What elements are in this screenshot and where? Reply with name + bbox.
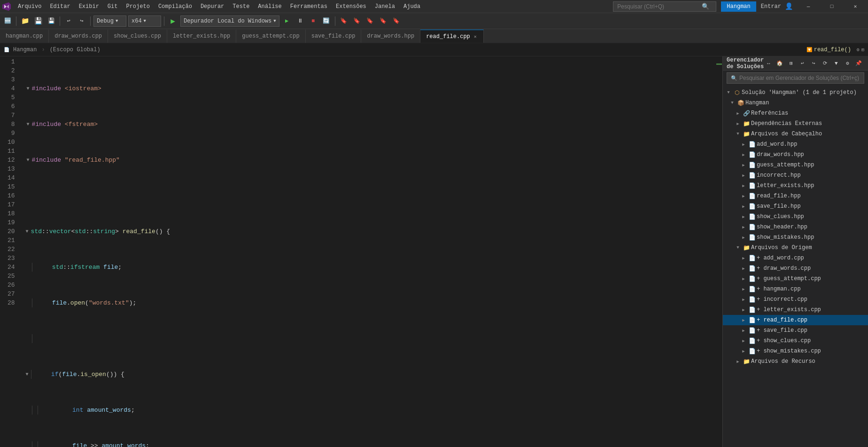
toolbar-undo[interactable]: ↩: [63, 16, 74, 27]
expand-letter-exists-cpp[interactable]: ▶: [740, 306, 747, 314]
tab-draw-words-hpp[interactable]: draw_words.hpp: [361, 30, 420, 43]
tree-read-file-hpp[interactable]: ▶ 📄 read_file.hpp: [723, 191, 868, 201]
collapse-9[interactable]: ▼: [24, 370, 30, 379]
expand-read-file-cpp[interactable]: ▶: [740, 316, 747, 324]
minimize-button[interactable]: —: [798, 0, 819, 13]
tab-guess-attempt[interactable]: guess_attempt.cpp: [236, 30, 305, 43]
menu-ajuda[interactable]: Ajuda: [400, 0, 424, 13]
menu-projeto[interactable]: Projeto: [122, 0, 153, 13]
toolbar-bookmark[interactable]: 🔖: [338, 16, 349, 27]
tree-headers-folder[interactable]: ▼ 📁 Arquivos de Cabeçalho: [723, 129, 868, 139]
tree-hangman-cpp[interactable]: ▶ 📄 + hangman.cpp: [723, 284, 868, 294]
tree-read-file-cpp[interactable]: ▶ 📄 + read_file.cpp: [723, 315, 868, 325]
hangman-button[interactable]: Hangman: [721, 1, 756, 12]
tree-source-folder[interactable]: ▼ 📁 Arquivos de Origem: [723, 243, 868, 253]
expand-show-clues-hpp[interactable]: ▶: [740, 213, 747, 220]
tree-dep-ext[interactable]: ▶ 📁 Dependências Externas: [723, 118, 868, 129]
platform-dropdown[interactable]: x64 ▼: [128, 16, 161, 27]
toolbar-new[interactable]: 🆕: [2, 16, 13, 27]
menu-extensoes[interactable]: Extensões: [332, 0, 370, 13]
run-button[interactable]: ▶: [167, 16, 178, 27]
tab-hangman[interactable]: hangman.cpp: [0, 30, 49, 43]
sol-sync-btn[interactable]: ↔: [764, 59, 773, 68]
toolbar-stop[interactable]: ■: [308, 16, 319, 27]
expand-project[interactable]: ▼: [728, 99, 736, 107]
toolbar-bookmark4[interactable]: 🔖: [378, 16, 389, 27]
menu-git[interactable]: Git: [104, 0, 122, 13]
toolbar-restart[interactable]: 🔄: [321, 16, 332, 27]
expand-source[interactable]: ▼: [734, 244, 742, 251]
expand-solution[interactable]: ▼: [725, 89, 732, 96]
solution-search[interactable]: 🔍: [727, 72, 864, 84]
sol-forward-btn[interactable]: ↪: [809, 59, 818, 68]
expand-show-mistakes-cpp[interactable]: ▶: [740, 347, 747, 355]
expand-draw-words-hpp[interactable]: ▶: [740, 151, 747, 158]
code-lines[interactable]: ▼ #include <iostream> ▼ #include <fstrea…: [21, 56, 716, 447]
search-top[interactable]: 🔍: [613, 1, 716, 12]
expand-guess-attempt-cpp[interactable]: ▶: [740, 275, 747, 282]
menu-arquivo[interactable]: Arquivo: [14, 0, 45, 13]
minimap-toggle[interactable]: ⚙: [857, 47, 860, 53]
sol-home-btn[interactable]: 🏠: [775, 59, 784, 68]
sol-collapse-btn[interactable]: ▼: [831, 59, 841, 68]
tree-project[interactable]: ▼ 📦 Hangman: [723, 98, 868, 108]
menu-editar[interactable]: Editar: [46, 0, 74, 13]
sol-pin-btn[interactable]: 📌: [854, 59, 863, 68]
tree-show-mistakes-cpp[interactable]: ▶ 📄 + show_mistakes.cpp: [723, 346, 868, 356]
expand-save-file-hpp[interactable]: ▶: [740, 203, 747, 210]
tree-solution[interactable]: ▼ ⬡ Solução 'Hangman' (1 de 1 projeto): [723, 87, 868, 98]
tab-read-file[interactable]: read_file.cpp ✕: [420, 30, 484, 43]
expand-guess-attempt-hpp[interactable]: ▶: [740, 161, 747, 169]
tree-show-header-hpp[interactable]: ▶ 📄 show_header.hpp: [723, 222, 868, 232]
maximize-button[interactable]: □: [821, 0, 843, 13]
menu-depurar[interactable]: Depurar: [197, 0, 228, 13]
tab-draw-words[interactable]: draw_words.cpp: [49, 30, 108, 43]
expand-draw-words-cpp[interactable]: ▶: [740, 265, 747, 272]
scrollbar-vertical[interactable]: [716, 56, 722, 447]
tab-show-clues[interactable]: show_clues.cpp: [108, 30, 167, 43]
sol-settings-btn[interactable]: ⚙: [843, 59, 852, 68]
tab-letter-exists[interactable]: letter_exists.hpp: [167, 30, 236, 43]
tree-guess-attempt-cpp[interactable]: ▶ 📄 + guess_attempt.cpp: [723, 274, 868, 284]
expand-show-mistakes-hpp[interactable]: ▶: [740, 234, 747, 241]
tree-letter-exists-hpp[interactable]: ▶ 📄 letter_exists.hpp: [723, 180, 868, 191]
tab-save-file[interactable]: save_file.cpp: [306, 30, 362, 43]
tree-save-file-hpp[interactable]: ▶ 📄 save_file.hpp: [723, 201, 868, 212]
expand-hangman-cpp[interactable]: ▶: [740, 285, 747, 293]
collapse-5[interactable]: ▼: [24, 227, 30, 236]
expand-save-file-cpp[interactable]: ▶: [740, 327, 747, 334]
breadcrumb-scope[interactable]: (Escopo Global): [48, 46, 102, 54]
expand-referencias[interactable]: ▶: [734, 110, 742, 117]
tree-draw-words-hpp[interactable]: ▶ 📄 draw_words.hpp: [723, 149, 868, 160]
tree-resource-folder[interactable]: ▶ 📁 Arquivos de Recurso: [723, 356, 868, 367]
menu-compilacao[interactable]: Compilação: [155, 0, 196, 13]
run-dropdown[interactable]: Depurador Local do Windows ▼: [180, 16, 279, 27]
toolbar-saveall[interactable]: 💾: [46, 16, 57, 27]
expand-show-clues-cpp[interactable]: ▶: [740, 337, 747, 345]
toolbar-redo[interactable]: ↪: [76, 16, 87, 27]
tree-show-clues-cpp[interactable]: ▶ 📄 + show_clues.cpp: [723, 336, 868, 346]
expand-incorrect-cpp[interactable]: ▶: [740, 296, 747, 303]
breadcrumb-file[interactable]: Hangman: [11, 46, 39, 54]
sol-close-btn[interactable]: ✕: [865, 59, 868, 68]
menu-ferramentas[interactable]: Ferramentas: [287, 0, 331, 13]
tree-referencias[interactable]: ▶ 🔗 Referências: [723, 108, 868, 118]
toolbar-pause[interactable]: ⏸: [294, 16, 306, 27]
toolbar-bookmark5[interactable]: 🔖: [391, 16, 402, 27]
expand-add-word-cpp[interactable]: ▶: [740, 254, 747, 262]
tree-incorrect-cpp[interactable]: ▶ 📄 + incorrect.cpp: [723, 294, 868, 305]
search-input-top[interactable]: [617, 3, 702, 10]
sol-filter-btn[interactable]: ⊞: [786, 59, 796, 68]
toolbar-run2[interactable]: ▶: [281, 16, 293, 27]
config-dropdown[interactable]: Debug ▼: [93, 16, 126, 27]
expand-resource[interactable]: ▶: [734, 358, 742, 365]
expand-show-header-hpp[interactable]: ▶: [740, 223, 747, 231]
tree-add-word-hpp[interactable]: ▶ 📄 add_word.hpp: [723, 139, 868, 149]
tree-add-word-cpp[interactable]: ▶ 📄 + add_word.cpp: [723, 253, 868, 263]
menu-analise[interactable]: Análise: [254, 0, 285, 13]
menu-exibir[interactable]: Exibir: [75, 0, 103, 13]
expand-dep-ext[interactable]: ▶: [734, 120, 742, 127]
tree-show-mistakes-hpp[interactable]: ▶ 📄 show_mistakes.hpp: [723, 232, 868, 243]
tree-show-clues-hpp[interactable]: ▶ 📄 show_clues.hpp: [723, 212, 868, 222]
tree-incorrect-hpp[interactable]: ▶ 📄 incorrect.hpp: [723, 170, 868, 180]
